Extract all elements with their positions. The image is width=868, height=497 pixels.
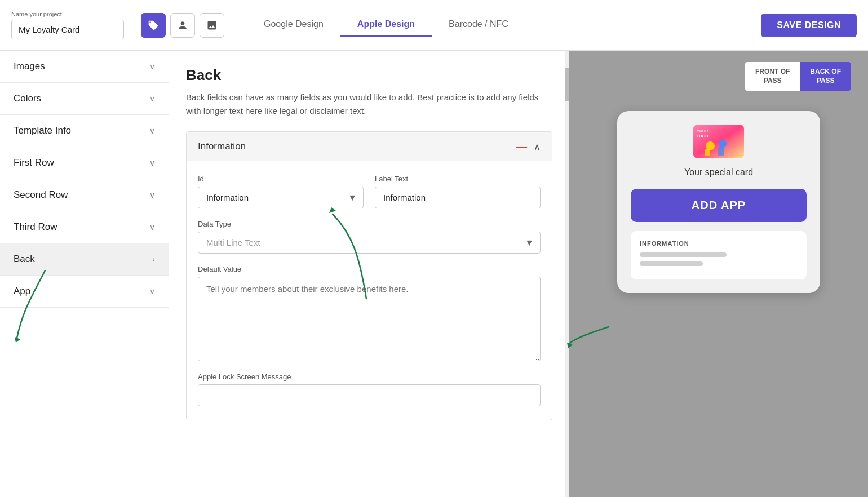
chevron-down-icon: ∨ [149,190,155,199]
sidebar-item-label: Images [14,61,45,72]
sidebar-item-label: Third Row [14,221,57,233]
default-value-group: Default Value [198,265,541,361]
svg-point-4 [719,140,727,148]
content-area: Back Back fields can have as many fields… [169,51,569,497]
id-select[interactable]: Information [198,187,364,208]
sidebar-item-label: App [14,286,30,297]
remove-field-button[interactable]: — [516,141,527,152]
data-type-row: Data Type Multi Line Text ▼ [198,220,541,254]
chevron-down-icon: ∨ [149,62,155,71]
section-description: Back fields can have as many fields as y… [186,91,552,118]
svg-point-3 [706,141,715,150]
svg-marker-10 [569,343,573,348]
label-text-input[interactable] [375,187,541,208]
person-icon-btn[interactable] [170,13,195,38]
label-text-group: Label Text [375,175,541,208]
scrollbar-thumb [565,68,569,101]
default-value-textarea[interactable] [198,277,541,361]
chevron-right-icon: › [152,255,155,264]
header: Name your project Google Design Apple De… [0,0,868,51]
scrollbar[interactable] [565,51,569,497]
svg-text:YOUR: YOUR [697,129,708,133]
sidebar-item-label: Template Info [14,125,71,136]
id-field-group: Id Information ▼ [198,175,364,208]
label-text-label: Label Text [375,175,541,183]
add-app-button[interactable]: ADD APP [631,189,807,222]
lock-screen-group: Apple Lock Screen Message [198,372,541,406]
project-name-input[interactable] [11,20,124,39]
main-layout: Images ∨ Colors ∨ Template Info ∨ First … [0,51,868,497]
info-line-2 [640,261,703,266]
card-subtitle: Your special card [631,167,807,178]
tab-apple[interactable]: Apple Design [340,14,432,37]
data-type-select-wrapper: Multi Line Text ▼ [198,232,541,254]
card-logo: YOUR LOGO [693,125,744,158]
chevron-up-icon[interactable]: ∧ [534,141,541,152]
id-select-wrapper: Information ▼ [198,187,364,208]
svg-rect-5 [705,149,710,156]
icon-buttons [141,13,224,38]
chevron-down-icon: ∨ [149,94,155,103]
svg-rect-6 [718,147,724,156]
data-type-label: Data Type [198,220,541,228]
chevron-down-icon: ∨ [149,223,155,232]
save-design-button[interactable]: SAVE DESIGN [761,14,857,37]
info-line-1 [640,252,727,257]
preview-panel: FRONT OFPASS BACK OFPASS [569,51,868,497]
sidebar-item-app[interactable]: App ∨ [0,276,169,308]
information-accordion: Information — ∧ Id Information [186,131,552,420]
tab-google[interactable]: Google Design [247,14,340,37]
card-logo-area: YOUR LOGO [631,125,807,158]
sidebar-item-images[interactable]: Images ∨ [0,51,169,83]
sidebar-item-third-row[interactable]: Third Row ∨ [0,211,169,243]
back-of-pass-button[interactable]: BACK OFPASS [800,62,851,91]
data-type-select[interactable]: Multi Line Text [198,232,541,254]
section-title: Back [186,66,552,84]
image-icon-btn[interactable] [200,13,224,38]
tag-icon-btn[interactable] [141,13,166,38]
sidebar-item-first-row[interactable]: First Row ∨ [0,147,169,179]
id-label: Id [198,175,364,183]
sidebar: Images ∨ Colors ∨ Template Info ∨ First … [0,51,169,497]
nav-tabs: Google Design Apple Design Barcode / NFC [247,14,750,37]
phone-card: YOUR LOGO Your special card ADD APP INFO… [617,111,820,293]
accordion-header[interactable]: Information — ∧ [187,132,552,161]
tab-barcode[interactable]: Barcode / NFC [432,14,525,37]
accordion-body: Id Information ▼ Label Text [187,161,552,420]
sidebar-item-back[interactable]: Back › [0,243,169,276]
id-label-row: Id Information ▼ Label Text [198,175,541,208]
sidebar-item-label: First Row [14,157,54,168]
accordion-title: Information [198,141,246,152]
svg-text:LOGO: LOGO [697,134,708,138]
chevron-down-icon: ∨ [149,287,155,296]
sidebar-item-template-info[interactable]: Template Info ∨ [0,115,169,147]
lock-screen-input[interactable] [198,384,541,406]
sidebar-item-label: Back [14,254,35,265]
info-section: INFORMATION [631,231,807,279]
sidebar-item-label: Second Row [14,189,68,201]
chevron-down-icon: ∨ [149,158,155,167]
info-section-label: INFORMATION [640,240,798,247]
sidebar-item-second-row[interactable]: Second Row ∨ [0,179,169,211]
project-label: Name your project [11,11,124,17]
chevron-down-icon: ∨ [149,126,155,135]
project-name-group: Name your project [11,11,124,39]
sidebar-item-colors[interactable]: Colors ∨ [0,83,169,115]
pass-toggle: FRONT OFPASS BACK OFPASS [745,62,851,91]
card-logo-svg: YOUR LOGO [693,125,744,158]
sidebar-item-label: Colors [14,93,41,104]
front-of-pass-button[interactable]: FRONT OFPASS [745,62,800,91]
lock-screen-label: Apple Lock Screen Message [198,372,541,381]
default-value-label: Default Value [198,265,541,273]
data-type-group: Data Type Multi Line Text ▼ [198,220,541,254]
accordion-actions: — ∧ [516,141,541,152]
